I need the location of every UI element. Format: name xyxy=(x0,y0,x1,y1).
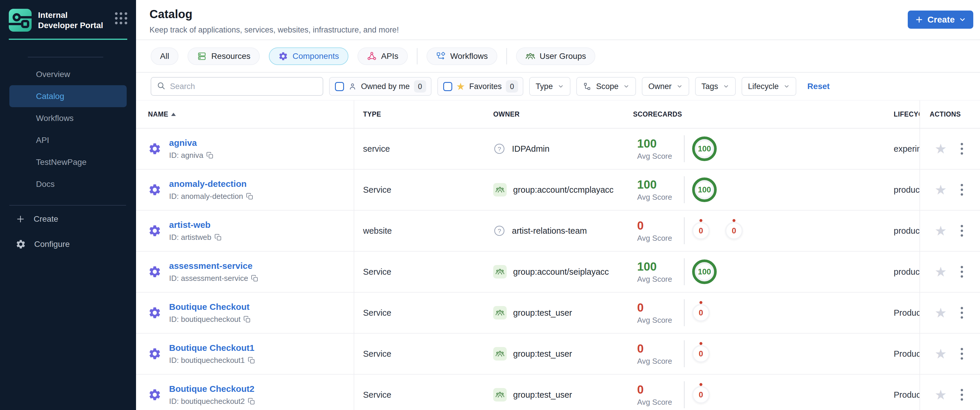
favorite-star-icon[interactable]: ★ xyxy=(935,265,947,279)
entity-type: website xyxy=(354,226,493,236)
table-row[interactable]: anomaly-detection ID: anomaly-detection … xyxy=(136,169,980,211)
entity-name-link[interactable]: Boutique Checkout xyxy=(169,302,250,312)
apps-grid-icon[interactable] xyxy=(115,9,127,21)
sidebar-item-overview[interactable]: Overview xyxy=(10,63,127,85)
entity-name-link[interactable]: Boutique Checkout2 xyxy=(169,384,255,394)
copy-icon[interactable] xyxy=(246,193,253,200)
group-icon xyxy=(493,183,507,196)
tab-components[interactable]: Components xyxy=(269,48,348,65)
question-circle-icon: ? xyxy=(493,143,506,155)
score-divider xyxy=(684,299,684,326)
favorite-star-icon[interactable]: ★ xyxy=(935,224,947,238)
score-divider xyxy=(684,381,684,408)
copy-icon[interactable] xyxy=(215,234,222,241)
owned-by-me-filter[interactable]: Owned by me 0 xyxy=(329,77,431,96)
scorecard-badge[interactable]: 0 xyxy=(692,222,710,239)
create-button[interactable]: Create xyxy=(908,11,973,29)
favorite-star-icon[interactable]: ★ xyxy=(935,388,947,402)
score-divider xyxy=(684,176,684,203)
table-row[interactable]: Boutique Checkout2 ID: boutiquecheckout2… xyxy=(136,375,980,410)
scorecard-badge[interactable]: 0 xyxy=(725,222,743,239)
lifecycle-dropdown[interactable]: Lifecycle xyxy=(741,77,796,96)
avg-score-value: 100 xyxy=(637,178,676,191)
kebab-menu-icon[interactable] xyxy=(959,182,965,197)
tab-workflows[interactable]: Workflows xyxy=(426,48,497,65)
entity-type: Service xyxy=(354,349,493,359)
type-dropdown[interactable]: Type xyxy=(529,77,570,96)
entity-name-link[interactable]: assessment-service xyxy=(169,261,253,271)
owner-dropdown[interactable]: Owner xyxy=(642,77,689,96)
tab-user-groups[interactable]: User Groups xyxy=(516,48,596,65)
entity-name-link[interactable]: anomaly-detection xyxy=(169,179,247,188)
table-row[interactable]: artist-web ID: artistweb website ? xyxy=(136,211,980,252)
table-row[interactable]: assessment-service ID: assessment-servic… xyxy=(136,252,980,293)
entity-type: service xyxy=(354,144,493,154)
kebab-menu-icon[interactable] xyxy=(959,387,965,402)
tab-resources[interactable]: Resources xyxy=(188,48,260,65)
component-gear-icon xyxy=(148,388,161,402)
sidebar-item-catalog[interactable]: Catalog xyxy=(10,85,127,107)
kebab-menu-icon[interactable] xyxy=(959,264,965,279)
owned-by-me-checkbox[interactable] xyxy=(335,82,344,91)
copy-icon[interactable] xyxy=(248,357,255,364)
chevron-down-icon xyxy=(676,83,683,89)
question-circle-icon: ? xyxy=(493,225,506,237)
kebab-menu-icon[interactable] xyxy=(959,223,965,238)
sidebar-item-docs[interactable]: Docs xyxy=(10,173,127,195)
favorite-star-icon[interactable]: ★ xyxy=(935,306,947,319)
favorite-star-icon[interactable]: ★ xyxy=(935,183,947,196)
scope-dropdown[interactable]: Scope xyxy=(576,77,636,96)
avg-score-label: Avg Score xyxy=(637,152,676,161)
component-gear-icon xyxy=(148,347,161,361)
tab-all[interactable]: All xyxy=(151,48,178,65)
group-icon xyxy=(493,388,507,402)
copy-icon[interactable] xyxy=(248,398,255,405)
sidebar: Internal Developer Portal Overview Catal… xyxy=(0,0,136,410)
lifecycle-value: Produc xyxy=(894,349,920,359)
kebab-menu-icon[interactable] xyxy=(959,305,965,321)
tags-dropdown[interactable]: Tags xyxy=(695,77,736,96)
score-divider xyxy=(684,135,684,162)
sidebar-item-workflows[interactable]: Workflows xyxy=(10,107,127,129)
owner-name: group:account/ccmplayacc xyxy=(513,185,613,195)
scorecard-badge[interactable]: 100 xyxy=(692,177,717,202)
sidebar-item-testnewpage[interactable]: TestNewPage xyxy=(10,151,127,173)
favorites-filter[interactable]: ★ Favorites 0 xyxy=(438,77,523,96)
favorites-checkbox[interactable] xyxy=(443,82,452,91)
sidebar-create-label: Create xyxy=(33,214,58,224)
sidebar-configure-button[interactable]: Configure xyxy=(0,233,136,256)
copy-icon[interactable] xyxy=(243,316,251,323)
brand-underline xyxy=(9,39,127,40)
copy-icon[interactable] xyxy=(251,275,258,282)
search-input[interactable] xyxy=(170,82,317,91)
sidebar-create-button[interactable]: Create xyxy=(0,207,136,231)
favorite-star-icon[interactable]: ★ xyxy=(935,142,947,155)
table-row[interactable]: agniva ID: agniva service ? IDPA xyxy=(136,129,980,169)
lifecycle-value: Produc xyxy=(894,308,920,318)
scorecard-badge[interactable]: 100 xyxy=(692,260,717,284)
entity-name-link[interactable]: artist-web xyxy=(169,220,211,230)
avg-score-label: Avg Score xyxy=(637,357,676,366)
table-row[interactable]: Boutique Checkout ID: boutiquecheckout S… xyxy=(136,293,980,333)
favorite-star-icon[interactable]: ★ xyxy=(935,347,947,361)
table-row[interactable]: Boutique Checkout1 ID: boutiquecheckout1… xyxy=(136,333,980,375)
entity-type: Service xyxy=(354,185,493,195)
scorecard-badge[interactable]: 0 xyxy=(692,386,710,404)
search-icon xyxy=(156,81,166,92)
search-box[interactable] xyxy=(151,77,323,96)
copy-icon[interactable] xyxy=(206,152,213,159)
tab-apis[interactable]: APIs xyxy=(358,48,408,65)
header-name[interactable]: NAME xyxy=(136,110,354,118)
scorecard-badge[interactable]: 0 xyxy=(692,345,710,362)
sidebar-item-api[interactable]: API xyxy=(10,129,127,151)
scorecard-badge[interactable]: 0 xyxy=(692,304,710,322)
reset-filters-link[interactable]: Reset xyxy=(807,82,830,91)
kebab-menu-icon[interactable] xyxy=(959,346,965,361)
scorecard-badge[interactable]: 100 xyxy=(692,136,717,161)
entity-name-link[interactable]: agniva xyxy=(169,138,197,148)
favorites-label: Favorites xyxy=(469,82,502,91)
kebab-menu-icon[interactable] xyxy=(959,141,965,156)
chevron-down-icon xyxy=(783,83,790,89)
entity-name-link[interactable]: Boutique Checkout1 xyxy=(169,343,255,353)
lifecycle-value: produc xyxy=(894,185,920,195)
